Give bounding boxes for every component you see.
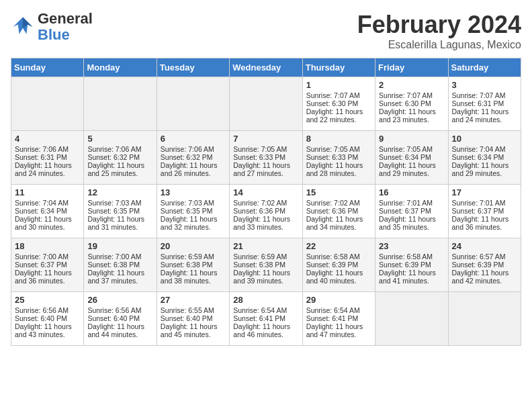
day-info: Sunset: 6:38 PM (161, 261, 226, 269)
day-info: Daylight: 11 hours and 31 minutes. (87, 215, 152, 231)
day-info: Sunrise: 7:04 AM (15, 199, 80, 207)
day-info: Sunset: 6:39 PM (379, 261, 444, 269)
day-number: 5 (87, 134, 152, 144)
day-info: Sunrise: 6:57 AM (452, 253, 517, 261)
day-number: 1 (306, 80, 371, 90)
calendar-day: 26Sunrise: 6:56 AMSunset: 6:40 PMDayligh… (84, 292, 157, 346)
day-info: Sunset: 6:36 PM (306, 207, 371, 215)
calendar-day: 29Sunrise: 6:54 AMSunset: 6:41 PMDayligh… (302, 292, 375, 346)
weekday-header: Monday (84, 58, 157, 77)
day-info: Daylight: 11 hours and 28 minutes. (306, 161, 371, 177)
day-info: Sunrise: 6:59 AM (233, 253, 298, 261)
day-number: 6 (161, 134, 226, 144)
calendar-week: 4Sunrise: 7:06 AMSunset: 6:31 PMDaylight… (11, 131, 521, 185)
calendar-day: 18Sunrise: 7:00 AMSunset: 6:37 PMDayligh… (11, 238, 84, 292)
day-info: Sunrise: 7:07 AM (306, 91, 371, 99)
day-info: Daylight: 11 hours and 32 minutes. (161, 215, 226, 231)
day-number: 24 (452, 241, 517, 251)
day-info: Sunset: 6:30 PM (306, 99, 371, 107)
calendar-day: 11Sunrise: 7:04 AMSunset: 6:34 PMDayligh… (11, 185, 84, 238)
day-number: 3 (452, 80, 517, 90)
day-info: Daylight: 11 hours and 24 minutes. (15, 161, 80, 177)
day-number: 10 (452, 134, 517, 144)
calendar-day: 13Sunrise: 7:03 AMSunset: 6:35 PMDayligh… (157, 185, 229, 238)
day-info: Sunrise: 7:07 AM (452, 91, 517, 99)
day-info: Sunrise: 7:06 AM (87, 145, 152, 153)
day-info: Sunrise: 7:02 AM (233, 199, 298, 207)
day-info: Sunset: 6:39 PM (306, 261, 371, 269)
day-info: Sunrise: 6:54 AM (233, 306, 298, 314)
day-number: 11 (15, 187, 80, 197)
calendar-day: 21Sunrise: 6:59 AMSunset: 6:38 PMDayligh… (230, 238, 302, 292)
day-info: Daylight: 11 hours and 37 minutes. (87, 269, 152, 285)
day-info: Daylight: 11 hours and 45 minutes. (161, 322, 226, 338)
day-info: Sunset: 6:40 PM (161, 314, 226, 322)
day-number: 9 (379, 134, 444, 144)
day-number: 26 (87, 295, 152, 305)
calendar-day: 22Sunrise: 6:58 AMSunset: 6:39 PMDayligh… (302, 238, 375, 292)
day-info: Sunset: 6:37 PM (452, 207, 517, 215)
day-info: Daylight: 11 hours and 43 minutes. (15, 322, 80, 338)
calendar-week: 1Sunrise: 7:07 AMSunset: 6:30 PMDaylight… (11, 77, 521, 131)
day-number: 23 (379, 241, 444, 251)
calendar-day: 23Sunrise: 6:58 AMSunset: 6:39 PMDayligh… (375, 238, 448, 292)
calendar-day: 6Sunrise: 7:06 AMSunset: 6:32 PMDaylight… (157, 131, 229, 185)
day-info: Sunrise: 6:56 AM (87, 306, 152, 314)
calendar-day: 17Sunrise: 7:01 AMSunset: 6:37 PMDayligh… (448, 185, 521, 238)
day-info: Sunset: 6:30 PM (379, 99, 444, 107)
day-info: Daylight: 11 hours and 29 minutes. (379, 161, 444, 177)
day-info: Sunset: 6:37 PM (379, 207, 444, 215)
day-info: Daylight: 11 hours and 26 minutes. (161, 161, 226, 177)
calendar-day: 19Sunrise: 7:00 AMSunset: 6:38 PMDayligh… (84, 238, 157, 292)
day-info: Daylight: 11 hours and 33 minutes. (233, 215, 298, 231)
calendar-day: 12Sunrise: 7:03 AMSunset: 6:35 PMDayligh… (84, 185, 157, 238)
day-info: Sunrise: 7:03 AM (87, 199, 152, 207)
calendar-title: February 2024 (357, 11, 521, 39)
day-number: 28 (233, 295, 298, 305)
calendar-week: 18Sunrise: 7:00 AMSunset: 6:37 PMDayligh… (11, 238, 521, 292)
day-number: 12 (87, 187, 152, 197)
calendar-day (157, 77, 229, 131)
calendar-day: 1Sunrise: 7:07 AMSunset: 6:30 PMDaylight… (302, 77, 375, 131)
calendar-day: 4Sunrise: 7:06 AMSunset: 6:31 PMDaylight… (11, 131, 84, 185)
day-info: Sunrise: 7:07 AM (379, 91, 444, 99)
calendar-week: 25Sunrise: 6:56 AMSunset: 6:40 PMDayligh… (11, 292, 521, 346)
day-info: Sunset: 6:38 PM (87, 261, 152, 269)
weekday-header: Saturday (448, 58, 521, 77)
day-info: Daylight: 11 hours and 29 minutes. (452, 161, 517, 177)
day-info: Sunset: 6:33 PM (306, 153, 371, 161)
day-info: Sunset: 6:38 PM (233, 261, 298, 269)
day-info: Sunset: 6:34 PM (15, 207, 80, 215)
day-info: Sunset: 6:32 PM (87, 153, 152, 161)
day-info: Sunset: 6:31 PM (452, 99, 517, 107)
day-info: Sunrise: 7:01 AM (452, 199, 517, 207)
day-info: Sunrise: 6:58 AM (379, 253, 444, 261)
calendar-day: 2Sunrise: 7:07 AMSunset: 6:30 PMDaylight… (375, 77, 448, 131)
day-info: Sunrise: 6:54 AM (306, 306, 371, 314)
calendar-day (11, 77, 84, 131)
day-info: Daylight: 11 hours and 24 minutes. (452, 107, 517, 124)
calendar-day: 15Sunrise: 7:02 AMSunset: 6:36 PMDayligh… (302, 185, 375, 238)
calendar-day: 9Sunrise: 7:05 AMSunset: 6:34 PMDaylight… (375, 131, 448, 185)
day-info: Sunrise: 6:55 AM (161, 306, 226, 314)
calendar-day (84, 77, 157, 131)
day-number: 2 (379, 80, 444, 90)
day-info: Daylight: 11 hours and 46 minutes. (233, 322, 298, 338)
day-info: Sunrise: 7:06 AM (161, 145, 226, 153)
day-info: Daylight: 11 hours and 38 minutes. (161, 269, 226, 285)
calendar-week: 11Sunrise: 7:04 AMSunset: 6:34 PMDayligh… (11, 185, 521, 238)
calendar-day (230, 77, 302, 131)
weekday-row: SundayMondayTuesdayWednesdayThursdayFrid… (11, 58, 521, 77)
day-info: Sunrise: 7:01 AM (379, 199, 444, 207)
calendar-header: SundayMondayTuesdayWednesdayThursdayFrid… (11, 58, 521, 77)
calendar-day: 10Sunrise: 7:04 AMSunset: 6:34 PMDayligh… (448, 131, 521, 185)
calendar-day (448, 292, 521, 346)
day-info: Sunset: 6:31 PM (15, 153, 80, 161)
day-info: Sunrise: 6:56 AM (15, 306, 80, 314)
day-info: Sunset: 6:41 PM (233, 314, 298, 322)
calendar-day: 28Sunrise: 6:54 AMSunset: 6:41 PMDayligh… (230, 292, 302, 346)
logo-icon (11, 15, 35, 39)
day-info: Daylight: 11 hours and 25 minutes. (87, 161, 152, 177)
day-info: Daylight: 11 hours and 42 minutes. (452, 269, 517, 285)
day-info: Daylight: 11 hours and 39 minutes. (233, 269, 298, 285)
